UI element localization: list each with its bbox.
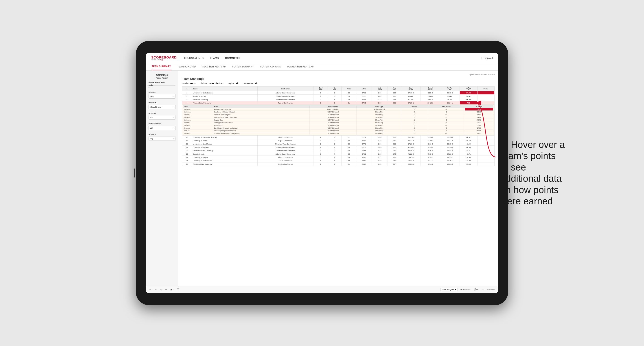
cell-low-score: 42-31-3 (401, 139, 420, 142)
table-row[interactable]: 1 University of North Carolina Atlantic … (182, 91, 494, 95)
nav-committee[interactable]: COMMITTEE (225, 57, 240, 59)
toolbar-share[interactable]: ⎋ Share (486, 288, 496, 291)
cell-points[interactable] (478, 91, 494, 95)
cell-adj-score: 1.32 (372, 149, 388, 152)
cell-rank: 24 (182, 156, 192, 159)
table-row[interactable]: 24 University of Oregon Pac-12 Conferenc… (182, 156, 494, 159)
cell-vs25: 50-10-0 (440, 91, 460, 95)
th-avg-sg: Avg.SG (388, 86, 401, 91)
table-row[interactable]: 18 University of California, Berkeley Pa… (182, 136, 494, 139)
cell-conf-rank: 1 (313, 159, 328, 163)
toolbar-info[interactable]: ⓘ (176, 288, 180, 291)
school-select[interactable]: (All) ▾ (148, 136, 176, 141)
cell-points[interactable] (478, 156, 494, 159)
region-select[interactable]: N/A ▾ (148, 115, 176, 120)
division-select[interactable]: NCAA Division I ▾ (148, 105, 176, 109)
table-row-highlighted[interactable]: 4 Arizona State University Pac-12 Confer… (182, 101, 494, 105)
school-value: (All) (150, 138, 174, 140)
cell-points[interactable] (478, 139, 494, 142)
exp-cell-event: Amer An Intercollegiate (213, 113, 310, 116)
cell-low-score: 63-5-0 (401, 98, 420, 101)
toolbar-undo[interactable]: ↩ (148, 288, 152, 291)
cell-points[interactable] (478, 95, 494, 98)
cell-rank: 23 (182, 152, 192, 156)
toolbar-view-button[interactable]: View: Original ▾ (440, 288, 458, 291)
cell-vs50: 93.31 (460, 95, 477, 98)
table-row[interactable]: 22 Mississippi State University Southeas… (182, 149, 494, 152)
exp-cell-points: 30-13 (465, 111, 493, 113)
cell-points[interactable] (478, 142, 494, 146)
cell-low-score: 67-10-0 (401, 91, 420, 95)
cell-points[interactable] (478, 136, 494, 139)
cell-points[interactable] (478, 146, 494, 149)
tab-player-h2h-grid[interactable]: PLAYER H2H GRID (260, 63, 282, 70)
toolbar-expand[interactable]: ⤢ (481, 288, 485, 291)
table-header-row: # School Conference ConfRank NoTour Rnds… (182, 86, 494, 91)
table-row[interactable]: 19 University of Texas Big 12 Conference… (182, 139, 494, 142)
expanded-row: Univers... Southern Highlands Collegiate… (183, 111, 494, 113)
cell-low-score: 87-25-1 (401, 101, 420, 105)
tab-player-h2h-heatmap[interactable]: PLAYER H2H HEATMAP (287, 63, 314, 70)
cell-vs25: 11-23-0 (440, 149, 460, 152)
th-low-score: LowScore (401, 86, 420, 91)
exp-cell-type: Stroke Play (356, 124, 402, 127)
expanded-row: Univers... Williams Cup NCAA Division I … (183, 124, 494, 127)
cell-points[interactable] (478, 101, 494, 105)
filter-division-value: NCAA Division I (209, 82, 223, 84)
cell-vs50: 79.5 (460, 101, 477, 105)
toolbar-back[interactable]: ◁ (159, 288, 163, 291)
cell-no-tour: 7 (328, 136, 341, 139)
tab-team-h2h-grid[interactable]: TEAM H2H GRID (177, 63, 196, 70)
cell-adj-score: 2.73 (372, 98, 388, 101)
cell-rnds: 24 (341, 159, 356, 163)
toolbar-copy[interactable]: ⧉ (164, 288, 168, 291)
cell-points[interactable] (478, 159, 494, 163)
cell-low-score: 71-22-2 (401, 152, 420, 156)
table-row[interactable]: 20 University of New Mexico Mountain Wes… (182, 142, 494, 146)
sidebar: Committee Portal Review Minimum Rounds 0 (146, 71, 178, 286)
cell-points[interactable] (478, 98, 494, 101)
exp-cell-team: Florida I (183, 122, 214, 124)
toolbar-redo[interactable]: ↪ (154, 288, 158, 291)
table-row[interactable]: 3 Vanderbilt University Southeastern Con… (182, 98, 494, 101)
cell-overall: 7-19-1 (420, 156, 440, 159)
table-row[interactable]: 2 Auburn University Southeastern Confere… (182, 95, 494, 98)
exp-cell-event: The Cypress Point Classic (213, 122, 310, 124)
toolbar-paste[interactable]: ▣ · (170, 288, 174, 291)
tab-player-summary[interactable]: PLAYER SUMMARY (232, 63, 254, 70)
chevron-down-icon: ▾ (174, 95, 174, 97)
tab-team-summary[interactable]: TEAM SUMMARY (151, 63, 172, 70)
filter-gender: Gender: Men's (182, 82, 196, 84)
nav-tournaments[interactable]: TOURNAMENTS (184, 57, 204, 59)
cell-points[interactable] (478, 149, 494, 152)
slider-thumb[interactable] (151, 84, 152, 86)
cell-vs25: 46-5-0 (440, 98, 460, 101)
cell-points[interactable] (478, 152, 494, 156)
expanded-row: Univers... 2023 Sahalee Players Champion… (183, 132, 494, 135)
cell-wins: 277.6 (356, 142, 372, 146)
cell-overall: 7-15-0 (420, 146, 440, 149)
table-row[interactable]: 25 University of North Florida ASUN Conf… (182, 159, 494, 163)
cell-vs50: 46.48 (460, 146, 477, 149)
chevron-down-icon: ▾ (174, 106, 174, 108)
cell-points[interactable] (478, 163, 494, 166)
exp-cell-rounds: 3 (402, 113, 428, 116)
table-row[interactable]: 23 Duke University Atlantic Coast Confer… (182, 152, 494, 156)
sign-out-button[interactable]: Sign out (484, 57, 493, 59)
toolbar-watch[interactable]: 👁 Watch ▾ (460, 288, 472, 291)
table-row[interactable]: 26 The Ohio State University Big Ten Con… (182, 163, 494, 166)
table-row[interactable]: 21 University of Alabama Southeastern Co… (182, 146, 494, 149)
gender-select[interactable]: Men's ▾ (148, 94, 176, 99)
sidebar-region: Region N/A ▾ (148, 112, 176, 120)
division-label: Division (148, 102, 176, 104)
conference-select[interactable]: (All) ▾ (148, 126, 176, 130)
cell-rnds: 18 (341, 149, 356, 152)
cell-avg-sg: 262 (388, 91, 401, 95)
nav-teams[interactable]: TEAMS (210, 57, 218, 59)
exp-cell-type: Stroke Play (356, 116, 402, 119)
cell-wins: 272.3 (356, 95, 372, 98)
cell-conference: Southeastern Conference (258, 98, 313, 101)
tab-team-h2h-heatmap[interactable]: TEAM H2H HEATMAP (202, 63, 226, 70)
cell-conference: Pac-12 Conference (258, 156, 313, 159)
toolbar-comment[interactable]: 💬 ▾ (473, 288, 479, 291)
